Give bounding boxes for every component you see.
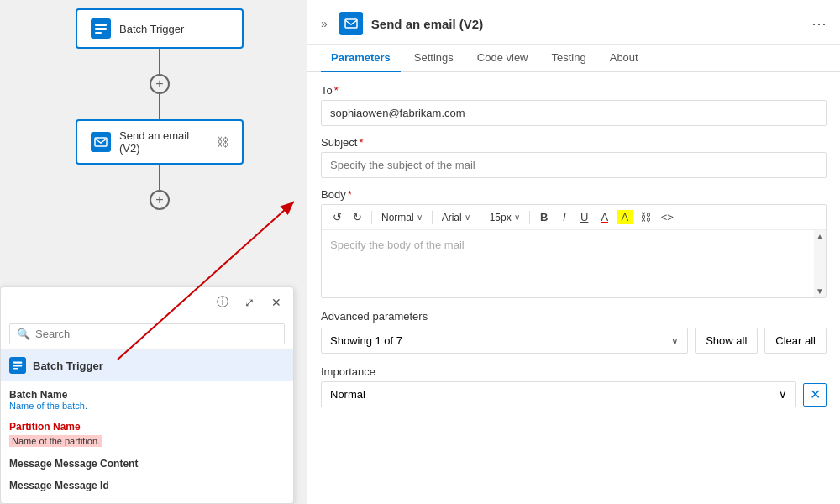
search-box: 🔍 bbox=[1, 318, 293, 350]
item-name-3: Message Message Id bbox=[9, 480, 285, 491]
more-options-button[interactable]: ⋯ bbox=[811, 14, 827, 33]
font-color-button[interactable]: A bbox=[596, 209, 613, 225]
style-label: Normal bbox=[381, 212, 414, 223]
form-area: To* Subject* Body* ↺ ↻ Normal ∨ Arial bbox=[307, 72, 840, 504]
panel-title: Send an email (V2) bbox=[371, 17, 803, 31]
body-label-text: Body bbox=[321, 188, 346, 201]
to-label-text: To bbox=[321, 84, 333, 97]
tab-code-view[interactable]: Code view bbox=[467, 45, 538, 72]
dynamic-items-list: Batch Name Name of the batch. Partition … bbox=[1, 381, 293, 503]
clear-all-button[interactable]: Clear all bbox=[764, 328, 827, 354]
batch-trigger-icon bbox=[91, 18, 111, 39]
importance-value: Normal bbox=[330, 388, 365, 401]
font-chevron: ∨ bbox=[465, 213, 470, 222]
highlight-button[interactable]: A bbox=[617, 210, 633, 224]
workflow-area: Batch Trigger + Send an email (V2) ⛓ + bbox=[42, 8, 277, 210]
importance-dropdown[interactable]: Normal ∨ bbox=[321, 381, 796, 407]
batch-trigger-section-header: Batch Trigger bbox=[1, 350, 293, 381]
importance-row: Normal ∨ ✕ bbox=[321, 381, 827, 407]
redo-button[interactable]: ↻ bbox=[349, 209, 365, 225]
info-button[interactable]: ⓘ bbox=[213, 292, 233, 312]
batch-trigger-node[interactable]: Batch Trigger bbox=[76, 8, 244, 49]
toolbar-sep-2 bbox=[432, 211, 433, 224]
size-label: 15px bbox=[490, 212, 512, 223]
search-icon: 🔍 bbox=[17, 328, 30, 340]
list-item[interactable]: Partition Name Name of the partition. bbox=[9, 416, 285, 453]
search-input-wrap: 🔍 bbox=[9, 323, 285, 344]
item-desc-1: Name of the partition. bbox=[9, 435, 102, 447]
item-desc-0: Name of the batch. bbox=[9, 401, 285, 411]
tab-testing[interactable]: Testing bbox=[542, 45, 596, 72]
subject-label-text: Subject bbox=[321, 136, 357, 149]
style-dropdown[interactable]: Normal ∨ bbox=[378, 210, 426, 225]
bold-button[interactable]: B bbox=[536, 209, 553, 225]
show-all-button[interactable]: Show all bbox=[695, 328, 758, 354]
svg-rect-5 bbox=[13, 365, 23, 366]
underline-button[interactable]: U bbox=[576, 209, 593, 225]
size-chevron: ∨ bbox=[514, 213, 520, 222]
section-icon bbox=[9, 357, 26, 374]
size-dropdown[interactable]: 15px ∨ bbox=[486, 210, 523, 225]
adv-dropdown-arrow: ∨ bbox=[671, 335, 679, 347]
dynamic-content-panel: ⓘ ⤢ ✕ 🔍 Batch Trigger Batch Name Name of… bbox=[0, 286, 294, 504]
add-step-1[interactable]: + bbox=[150, 74, 170, 94]
code-button[interactable]: <> bbox=[658, 209, 677, 225]
right-panel: » Send an email (V2) ⋯ Parameters Settin… bbox=[307, 0, 840, 504]
list-item[interactable]: Message Message Content bbox=[9, 453, 285, 475]
font-dropdown[interactable]: Arial ∨ bbox=[438, 210, 474, 225]
to-label: To* bbox=[321, 84, 827, 97]
adv-dropdown-value: Showing 1 of 7 bbox=[330, 334, 402, 347]
list-item[interactable]: Message Message Id bbox=[9, 475, 285, 496]
node-link-icon: ⛓ bbox=[217, 135, 228, 149]
tabs-bar: Parameters Settings Code view Testing Ab… bbox=[307, 45, 840, 72]
svg-rect-3 bbox=[95, 138, 107, 146]
tab-parameters[interactable]: Parameters bbox=[321, 45, 401, 72]
importance-arrow: ∨ bbox=[779, 388, 787, 401]
to-input[interactable] bbox=[321, 100, 827, 126]
scroll-down-arrow[interactable]: ▼ bbox=[816, 286, 824, 296]
connector-3 bbox=[159, 165, 160, 190]
send-email-label: Send an email (V2) bbox=[119, 129, 208, 155]
importance-label: Importance bbox=[321, 365, 827, 378]
svg-rect-9 bbox=[345, 19, 357, 28]
font-label: Arial bbox=[442, 212, 462, 223]
item-name-2: Message Message Content bbox=[9, 458, 285, 470]
svg-rect-0 bbox=[95, 24, 107, 26]
to-required: * bbox=[334, 84, 339, 97]
send-email-node[interactable]: Send an email (V2) ⛓ bbox=[76, 119, 244, 165]
item-name-1: Partition Name bbox=[9, 421, 285, 433]
subject-input[interactable] bbox=[321, 152, 827, 178]
resize-button[interactable]: ⤢ bbox=[239, 292, 260, 312]
body-required: * bbox=[348, 188, 352, 201]
scroll-up-arrow[interactable]: ▲ bbox=[816, 232, 824, 241]
italic-button[interactable]: I bbox=[556, 209, 573, 225]
batch-trigger-label: Batch Trigger bbox=[119, 23, 184, 35]
body-editor: ↺ ↻ Normal ∨ Arial ∨ 15px ∨ B bbox=[321, 204, 827, 298]
svg-rect-6 bbox=[13, 368, 18, 370]
close-panel-button[interactable]: ✕ bbox=[266, 292, 286, 312]
link-button[interactable]: ⛓ bbox=[637, 209, 654, 225]
close-importance-button[interactable]: ✕ bbox=[803, 383, 827, 407]
close-importance-icon: ✕ bbox=[810, 386, 821, 402]
item-name-0: Batch Name bbox=[9, 389, 285, 401]
panel-title-bar: » Send an email (V2) ⋯ bbox=[307, 0, 840, 45]
undo-button[interactable]: ↺ bbox=[328, 209, 345, 225]
body-scrollbar: ▲ ▼ bbox=[814, 230, 826, 297]
body-input[interactable]: Specify the body of the mail bbox=[322, 230, 826, 297]
tab-settings[interactable]: Settings bbox=[404, 45, 464, 72]
body-toolbar: ↺ ↻ Normal ∨ Arial ∨ 15px ∨ B bbox=[322, 205, 826, 230]
section-label: Batch Trigger bbox=[33, 360, 103, 372]
add-step-2[interactable]: + bbox=[150, 190, 170, 210]
search-input[interactable] bbox=[35, 328, 277, 340]
tab-about[interactable]: About bbox=[600, 45, 648, 72]
toolbar-sep-3 bbox=[480, 211, 480, 224]
list-item[interactable]: Batch Name Name of the batch. bbox=[9, 384, 285, 416]
toolbar-sep-4 bbox=[529, 211, 530, 224]
panel-header: ⓘ ⤢ ✕ bbox=[1, 287, 293, 318]
advanced-params-dropdown[interactable]: Showing 1 of 7 ∨ bbox=[321, 328, 688, 354]
svg-rect-1 bbox=[95, 28, 107, 30]
toolbar-sep-1 bbox=[371, 211, 372, 224]
expand-icon[interactable]: » bbox=[321, 17, 328, 30]
body-label: Body* bbox=[321, 188, 827, 201]
style-chevron: ∨ bbox=[417, 213, 423, 222]
